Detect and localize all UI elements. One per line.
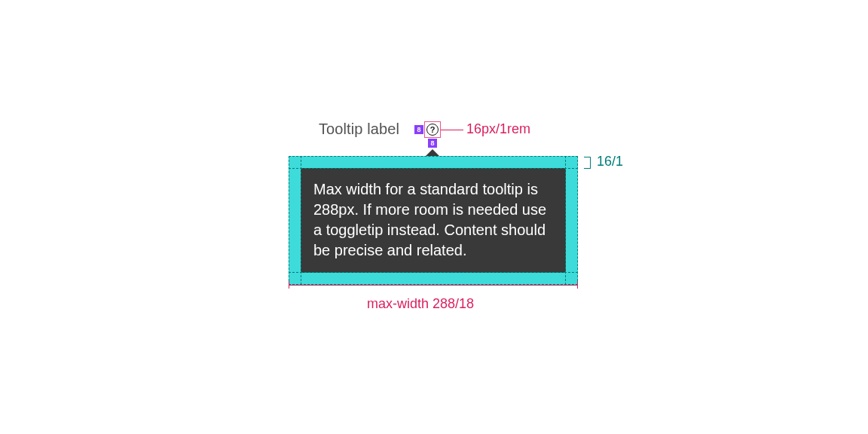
help-icon[interactable]: ? bbox=[426, 124, 439, 136]
dimension-max-width: max-width 288/18 bbox=[367, 296, 474, 312]
width-tick-right bbox=[577, 281, 578, 289]
tooltip-body: Max width for a standard tooltip is 288p… bbox=[301, 168, 566, 273]
bracket-tick-bottom bbox=[584, 168, 590, 169]
bracket-tick-top bbox=[584, 157, 590, 157]
dimension-padding-top: 16/1 bbox=[597, 154, 623, 170]
spacing-badge-horizontal: 8 bbox=[414, 125, 423, 134]
dimension-icon-size: 16px/1rem bbox=[466, 121, 530, 137]
icon-size-highlight-box: ? bbox=[424, 121, 441, 138]
tooltip-label-text: Tooltip label bbox=[319, 121, 399, 138]
bracket-vertical bbox=[590, 157, 591, 169]
dimension-line-icon bbox=[441, 130, 463, 130]
tooltip-padding-box: Max width for a standard tooltip is 288p… bbox=[289, 156, 578, 285]
width-bracket bbox=[289, 285, 578, 286]
spacing-badge-vertical: 8 bbox=[428, 139, 437, 148]
